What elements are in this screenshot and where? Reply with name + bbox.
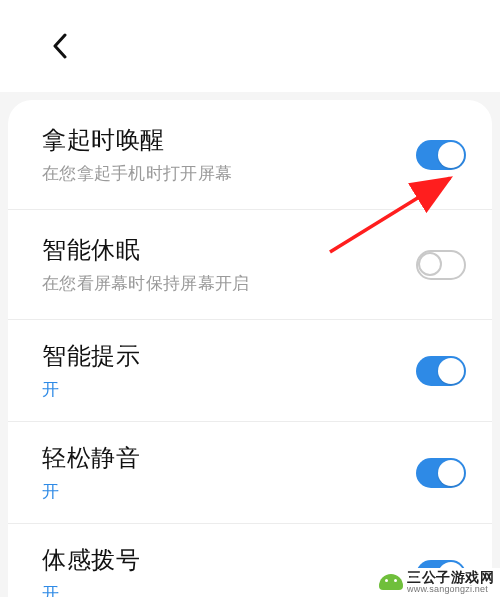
easy-mute-toggle[interactable] — [416, 458, 466, 488]
setting-status: 开 — [42, 378, 416, 401]
setting-title: 智能提示 — [42, 340, 416, 372]
back-button[interactable] — [40, 26, 80, 66]
chevron-left-icon — [52, 33, 68, 59]
setting-text: 体感拨号 开 — [42, 544, 416, 597]
setting-subtitle: 在您看屏幕时保持屏幕开启 — [42, 272, 416, 295]
watermark: 三公子游戏网 www.sangongzi.net — [375, 568, 500, 597]
setting-row-smart-alert[interactable]: 智能提示 开 — [8, 320, 492, 422]
setting-title: 拿起时唤醒 — [42, 124, 416, 156]
setting-status: 开 — [42, 480, 416, 503]
setting-status: 开 — [42, 582, 416, 597]
watermark-brand: 三公子游戏网 — [407, 570, 494, 585]
lift-to-wake-toggle[interactable] — [416, 140, 466, 170]
settings-card: 拿起时唤醒 在您拿起手机时打开屏幕 智能休眠 在您看屏幕时保持屏幕开启 智能提示… — [8, 100, 492, 597]
smart-alert-toggle[interactable] — [416, 356, 466, 386]
setting-text: 智能休眠 在您看屏幕时保持屏幕开启 — [42, 234, 416, 295]
setting-text: 拿起时唤醒 在您拿起手机时打开屏幕 — [42, 124, 416, 185]
setting-subtitle: 在您拿起手机时打开屏幕 — [42, 162, 416, 185]
setting-title: 轻松静音 — [42, 442, 416, 474]
setting-text: 智能提示 开 — [42, 340, 416, 401]
smart-stay-toggle[interactable] — [416, 250, 466, 280]
setting-row-smart-stay[interactable]: 智能休眠 在您看屏幕时保持屏幕开启 — [8, 210, 492, 320]
setting-title: 智能休眠 — [42, 234, 416, 266]
watermark-logo-icon — [379, 574, 403, 590]
setting-title: 体感拨号 — [42, 544, 416, 576]
setting-row-easy-mute[interactable]: 轻松静音 开 — [8, 422, 492, 524]
watermark-url: www.sangongzi.net — [407, 585, 494, 595]
setting-row-lift-to-wake[interactable]: 拿起时唤醒 在您拿起手机时打开屏幕 — [8, 100, 492, 210]
setting-text: 轻松静音 开 — [42, 442, 416, 503]
header — [0, 0, 500, 92]
